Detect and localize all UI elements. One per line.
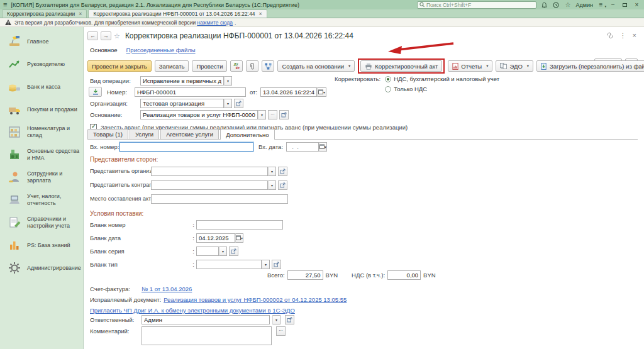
number-input[interactable] xyxy=(135,87,246,97)
sidebar-item-warehouse[interactable]: Номенклатура и склад xyxy=(8,125,80,139)
rep-counterparty-input[interactable] xyxy=(151,180,268,190)
tab-goods[interactable]: Товары (1) xyxy=(87,129,128,139)
minimize-button[interactable] xyxy=(609,2,617,8)
current-user[interactable]: Админ xyxy=(576,2,593,8)
rep-counterparty-open-button[interactable] xyxy=(278,180,287,190)
blank-date-input[interactable] xyxy=(196,233,235,243)
vat-input[interactable] xyxy=(387,270,421,280)
load-from-file-button[interactable]: Загрузить (перезаполнить) из файла xyxy=(536,60,644,72)
sidebar-item-knowledge[interactable]: PS: База знаний xyxy=(8,238,80,252)
edo-button[interactable]: ЭДО xyxy=(496,60,533,72)
blank-number-label: Бланк номер xyxy=(90,221,126,228)
shelf-icon xyxy=(8,125,21,139)
attachments-button[interactable] xyxy=(246,60,258,72)
sidebar-item-main[interactable]: Главное xyxy=(8,35,80,48)
number-settings-button[interactable] xyxy=(89,87,102,97)
blank-series-input[interactable] xyxy=(196,247,219,256)
show-postings-button[interactable]: ДтКт xyxy=(230,60,243,72)
get-link-icon[interactable] xyxy=(606,32,614,38)
tab-label: Корректировка реализации xyxy=(7,11,75,17)
notifications-icon[interactable] xyxy=(540,1,548,9)
sidebar-item-accounting[interactable]: Учет, налоги, отчетность xyxy=(8,193,80,207)
tab-additional[interactable]: Дополнительно xyxy=(220,129,274,140)
maximize-button[interactable] xyxy=(621,3,629,7)
post-and-close-button[interactable]: Провести и закрыть xyxy=(87,60,152,72)
tab-services[interactable]: Услуги xyxy=(130,129,159,139)
sidebar-item-staff[interactable]: Сотрудники и зарплата xyxy=(8,170,80,184)
radio-vat-accounting[interactable]: НДС, бухгалтерский и налоговый учет xyxy=(385,75,499,82)
sidebar-item-trade[interactable]: Покупки и продажи xyxy=(8,102,80,116)
forward-button[interactable] xyxy=(101,31,111,40)
operation-input[interactable] xyxy=(140,76,224,86)
back-button[interactable] xyxy=(87,31,98,40)
sidebar-item-admin[interactable]: Администрирование xyxy=(8,261,80,275)
blank-type-open-button[interactable] xyxy=(272,260,281,269)
responsible-input[interactable] xyxy=(142,315,270,324)
blank-series-dropdown-icon[interactable] xyxy=(219,247,227,256)
search-input[interactable] xyxy=(426,2,534,8)
organization-open-button[interactable] xyxy=(234,99,243,108)
post-button[interactable]: Провести xyxy=(192,60,227,72)
nav-attached-files[interactable]: Присоединенные файлы xyxy=(126,47,196,53)
edo-invite-link[interactable]: Пригласить ЧП Дриг И.А. к обмену электро… xyxy=(90,307,295,314)
rep-organization-open-button[interactable] xyxy=(278,167,287,176)
tab-close-icon[interactable] xyxy=(259,11,262,17)
sidebar-item-bank[interactable]: Банк и касса xyxy=(8,80,80,94)
basis-choose-button[interactable] xyxy=(268,110,277,119)
favorites-icon[interactable] xyxy=(564,1,572,9)
responsible-open-button[interactable] xyxy=(285,315,294,324)
blank-type-input[interactable] xyxy=(196,260,262,269)
comment-textarea[interactable] xyxy=(142,326,272,345)
close-document-icon[interactable] xyxy=(633,31,636,39)
close-window-button[interactable] xyxy=(633,2,641,8)
window-tab-list[interactable]: Корректировка реализации xyxy=(2,9,87,18)
date-calendar-button[interactable] xyxy=(317,87,326,97)
total-input[interactable] xyxy=(287,270,323,280)
incoming-date-input[interactable] xyxy=(286,142,319,152)
sidebar-item-manager[interactable]: Руководителю xyxy=(8,57,80,71)
blank-type-dropdown-icon[interactable] xyxy=(262,260,270,269)
blank-date-calendar-button[interactable] xyxy=(235,233,243,243)
rep-organization-dropdown-icon[interactable] xyxy=(268,167,276,176)
basis-open-button[interactable] xyxy=(279,110,289,119)
responsible-dropdown-icon[interactable] xyxy=(272,315,280,324)
comment-expand-button[interactable] xyxy=(276,326,286,336)
date-input[interactable] xyxy=(260,87,317,97)
organization-dropdown-icon[interactable] xyxy=(224,99,232,108)
warning-link[interactable]: нажмите сюда xyxy=(197,19,233,26)
act-place-input[interactable] xyxy=(151,194,288,204)
nav-main[interactable]: Основное xyxy=(90,47,118,53)
corrected-doc-link[interactable]: Реализация товаров и услуг НФБП-000002 о… xyxy=(164,296,347,303)
warning-icon xyxy=(5,19,11,25)
incoming-number-input[interactable] xyxy=(119,142,253,152)
basis-dropdown-icon[interactable] xyxy=(258,110,266,119)
paperclip-icon xyxy=(249,62,255,70)
reports-button[interactable]: Отчеты xyxy=(448,60,492,72)
favorite-star-icon[interactable] xyxy=(114,32,120,40)
incoming-date-calendar-button[interactable] xyxy=(319,142,327,152)
basis-label: Основание: xyxy=(90,111,140,118)
basis-input[interactable] xyxy=(140,110,258,119)
invoice-link[interactable]: № 1 от 13.04.2026 xyxy=(142,285,192,292)
tab-agent-services[interactable]: Агентские услуги xyxy=(160,129,219,139)
radio-vat-only[interactable]: Только НДС xyxy=(385,86,499,92)
write-button[interactable]: Записать xyxy=(155,60,189,72)
create-based-on-button[interactable]: Создать на основании xyxy=(277,60,355,72)
history-icon[interactable] xyxy=(552,1,560,9)
operation-dropdown-icon[interactable] xyxy=(224,76,232,86)
global-search[interactable] xyxy=(417,1,536,9)
window-tab-document[interactable]: Корректировка реализации НФБП-000001 от … xyxy=(88,9,267,18)
tab-close-icon[interactable] xyxy=(79,11,82,17)
sidebar-item-assets[interactable]: Основные средства и НМА xyxy=(8,148,80,162)
organization-input[interactable] xyxy=(140,99,224,108)
blank-number-input[interactable] xyxy=(196,220,283,230)
related-documents-button[interactable] xyxy=(262,60,274,72)
more-menu-icon[interactable] xyxy=(620,32,626,39)
main-menu-icon[interactable] xyxy=(3,1,7,8)
service-menu-icon[interactable] xyxy=(597,1,605,9)
blank-series-open-button[interactable] xyxy=(229,247,238,256)
sidebar-item-references[interactable]: Справочники и настройки учета xyxy=(8,216,80,230)
rep-organization-input[interactable] xyxy=(151,167,268,176)
correction-act-button[interactable]: Корректировочный акт xyxy=(360,60,442,72)
rep-counterparty-dropdown-icon[interactable] xyxy=(268,180,276,190)
